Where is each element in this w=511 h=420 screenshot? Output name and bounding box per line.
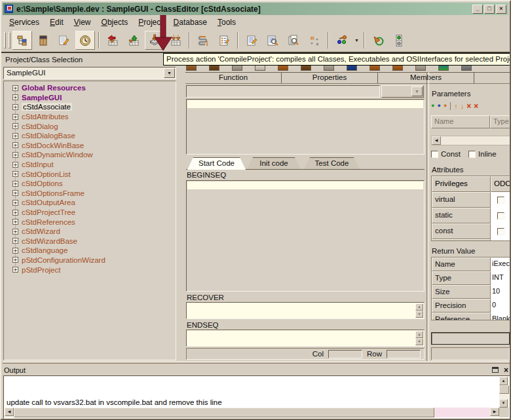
clipped-icon[interactable] xyxy=(324,65,334,71)
clipped-icon[interactable] xyxy=(209,65,219,71)
expand-plus-icon[interactable]: + xyxy=(12,94,18,100)
close-button[interactable]: × xyxy=(496,5,506,14)
checkbox-box[interactable] xyxy=(468,151,476,158)
scroll-up-icon[interactable]: ▲ xyxy=(415,331,423,338)
scroll-down-icon[interactable]: ▼ xyxy=(499,399,508,408)
check-in-button[interactable] xyxy=(103,31,123,50)
expand-plus-icon[interactable]: + xyxy=(12,181,18,187)
const-checkbox-cell[interactable] xyxy=(491,223,510,239)
scroll-left-icon[interactable]: ◀ xyxy=(5,408,14,416)
checkbox-box[interactable] xyxy=(497,197,504,204)
debug-toggle-button[interactable] xyxy=(389,31,409,50)
checkbox-box[interactable] xyxy=(497,228,504,235)
virtual-checkbox-cell[interactable] xyxy=(491,192,510,208)
menu-tools[interactable]: Tools xyxy=(212,16,241,28)
clipped-icon[interactable] xyxy=(415,65,426,71)
scroll-up-icon[interactable]: ▲ xyxy=(499,377,508,385)
object-palette-button[interactable] xyxy=(332,31,352,50)
scrollbar-thumb[interactable] xyxy=(14,408,434,417)
tab-properties[interactable]: Properties xyxy=(282,73,378,83)
expand-plus-icon[interactable]: + xyxy=(12,190,18,196)
tree-item[interactable]: +cStdDynamicWindow xyxy=(4,150,176,160)
output-vscrollbar[interactable]: ▲ ▼ xyxy=(499,377,509,408)
tree-item[interactable]: +cStdWizardBase xyxy=(4,237,176,246)
output-hscrollbar[interactable]: ◀ ▶ xyxy=(5,408,499,417)
tree-item-cstdassociate[interactable]: +cStdAssociate xyxy=(4,102,176,112)
insert-param-icon[interactable]: ● xyxy=(437,103,440,109)
menu-services[interactable]: Services xyxy=(4,16,45,28)
beginseq-code-editor[interactable] xyxy=(186,180,425,292)
expand-plus-icon[interactable]: + xyxy=(12,219,18,225)
const-checkbox[interactable]: Const xyxy=(431,150,461,158)
clock-button[interactable] xyxy=(75,31,95,50)
tree-item[interactable]: +cStdDialogBase xyxy=(4,131,176,141)
clipped-checkbox-cell[interactable] xyxy=(491,239,510,241)
copy-param-icon[interactable]: ● xyxy=(444,103,447,109)
chevron-down-icon[interactable]: ▼ xyxy=(164,68,175,78)
scrollbar-thumb[interactable] xyxy=(499,385,509,394)
menu-database[interactable]: Database xyxy=(168,16,212,28)
tree-item[interactable]: +cStdOptionList xyxy=(4,169,176,179)
run-project-button[interactable] xyxy=(368,31,388,50)
expand-plus-icon[interactable]: + xyxy=(12,171,18,177)
clipped-icon[interactable] xyxy=(461,65,472,71)
clipped-icon[interactable] xyxy=(232,65,242,71)
tree-item[interactable]: +cStdProjectTree xyxy=(4,208,176,218)
toolbar-grip[interactable] xyxy=(9,32,10,48)
resource-book-button[interactable] xyxy=(33,31,53,50)
tree-item[interactable]: +cStdReferences xyxy=(4,217,176,227)
param-column-type[interactable]: Type xyxy=(490,115,511,128)
document-check-button[interactable] xyxy=(214,31,234,50)
tree-item[interactable]: +cStdOptionsFrame xyxy=(4,189,176,199)
scrollbar-track[interactable] xyxy=(499,394,509,399)
expand-plus-icon[interactable]: + xyxy=(12,142,18,148)
expand-plus-icon[interactable]: + xyxy=(12,200,18,206)
expand-plus-icon[interactable]: + xyxy=(12,248,18,254)
tree-item[interactable]: +cStdInput xyxy=(4,160,176,170)
function-signature-area[interactable] xyxy=(186,99,425,155)
mini-scrollbar[interactable]: ▲ ▼ xyxy=(415,303,423,318)
clipped-icon[interactable] xyxy=(438,65,449,71)
mini-scrollbar[interactable]: ▲ ▼ xyxy=(415,331,423,345)
scroll-down-icon[interactable]: ▼ xyxy=(415,311,423,318)
tab-function[interactable]: Function xyxy=(185,73,282,83)
clipped-icon[interactable] xyxy=(369,65,380,71)
menu-objects[interactable]: Objects xyxy=(96,16,134,28)
clipped-icon[interactable] xyxy=(301,65,311,71)
tree-item[interactable]: +cStdDialog xyxy=(4,121,176,131)
tree-item[interactable]: +cStdOptions xyxy=(4,179,176,189)
endseq-code-editor[interactable]: ▲ ▼ xyxy=(186,330,425,347)
clipped-icon[interactable] xyxy=(186,65,197,71)
scroll-up-icon[interactable]: ▲ xyxy=(415,303,423,311)
sidebar-empty-input[interactable] xyxy=(431,332,510,345)
expand-plus-icon[interactable]: + xyxy=(12,114,18,120)
clipped-icon[interactable] xyxy=(278,65,288,71)
parameters-hscrollbar[interactable]: ◀ xyxy=(431,136,511,145)
tree-item-samplegui[interactable]: +SampleGUI xyxy=(4,93,176,103)
sidebar-divider[interactable] xyxy=(426,72,429,361)
expand-plus-icon[interactable]: + xyxy=(12,152,18,158)
clipped-icon[interactable] xyxy=(392,65,403,71)
tree-item[interactable]: +cStdlanguage xyxy=(4,246,176,256)
project-selector-combobox[interactable]: SampleGUI ▼ xyxy=(3,67,176,79)
static-checkbox-cell[interactable] xyxy=(491,208,510,223)
tree-item[interactable]: +cStdWizard xyxy=(4,227,176,237)
param-column-name[interactable]: Name xyxy=(431,115,490,128)
tree-item[interactable]: +pStdConfigurationWizard xyxy=(4,256,176,265)
scroll-down-icon[interactable]: ▼ xyxy=(415,338,423,345)
delete-all-params-icon[interactable]: × xyxy=(474,102,478,111)
expand-plus-icon[interactable]: + xyxy=(12,104,18,110)
attr-column-odc[interactable]: ODC xyxy=(491,176,511,192)
expand-plus-icon[interactable]: + xyxy=(12,123,18,129)
minimize-button[interactable]: _ xyxy=(472,5,483,14)
expand-plus-icon[interactable]: + xyxy=(12,210,18,216)
scroll-left-icon[interactable]: ◀ xyxy=(432,136,441,145)
check-out-button[interactable] xyxy=(124,31,143,50)
object-palette-dropdown[interactable]: ▼ xyxy=(352,31,361,50)
expand-plus-icon[interactable]: + xyxy=(12,257,18,263)
clipped-icon[interactable] xyxy=(255,65,265,71)
function-name-input[interactable] xyxy=(186,85,380,98)
scroll-right-icon[interactable]: ▶ xyxy=(490,408,499,416)
expand-plus-icon[interactable]: + xyxy=(12,267,18,273)
tab-test-code[interactable]: Test Code xyxy=(304,157,360,169)
